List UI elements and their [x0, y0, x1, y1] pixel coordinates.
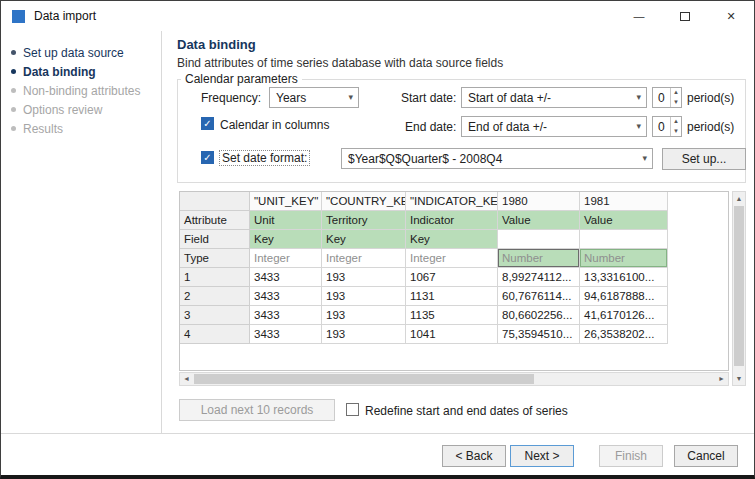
next-button[interactable]: Next >: [510, 445, 574, 467]
data-cell: 8,99274112...: [498, 268, 580, 287]
data-cell: 193: [322, 325, 406, 344]
date-format-select[interactable]: $Year$Q$Quarter$ - 2008Q4 ▾: [341, 148, 653, 169]
check-icon: ✓: [203, 152, 211, 163]
end-periods-spinner[interactable]: 0 ▲ ▼: [652, 116, 682, 137]
step-bullet-icon: [11, 107, 16, 112]
data-cell: 41,6170126...: [580, 306, 668, 325]
end-date-select[interactable]: End of data +/- ▾: [461, 116, 647, 137]
end-date-value: End of data +/-: [468, 120, 547, 134]
data-cell: 3433: [250, 268, 322, 287]
preview-table: "UNIT_KEY" "COUNTRY_KEY" "INDICATOR_KEY"…: [180, 192, 668, 344]
row-header: 4: [180, 325, 250, 344]
redefine-dates-checkbox[interactable]: [346, 403, 359, 416]
column-header: 1980: [498, 192, 580, 211]
set-date-format-checkbox[interactable]: ✓: [201, 151, 214, 164]
check-icon: ✓: [203, 118, 211, 129]
minimize-button[interactable]: —: [616, 1, 662, 31]
table-corner-cell: [180, 192, 250, 211]
data-cell: 1041: [406, 325, 498, 344]
step-results[interactable]: Results: [1, 119, 161, 138]
frequency-select[interactable]: Years ▾: [269, 87, 359, 108]
start-periods-value: 0: [653, 88, 670, 107]
column-header: "INDICATOR_KEY": [406, 192, 498, 211]
column-header: "COUNTRY_KEY": [322, 192, 406, 211]
load-next-records-button: Load next 10 records: [179, 399, 335, 421]
attribute-cell[interactable]: Territory: [322, 211, 406, 230]
type-cell[interactable]: Number: [580, 249, 668, 268]
scroll-up-icon[interactable]: ▲: [733, 192, 745, 205]
minimize-icon: —: [634, 10, 645, 22]
step-label: Options review: [23, 103, 102, 117]
data-cell: 1131: [406, 287, 498, 306]
field-cell[interactable]: [580, 230, 668, 249]
attribute-cell[interactable]: Indicator: [406, 211, 498, 230]
type-cell[interactable]: Integer: [322, 249, 406, 268]
row-header: Attribute: [180, 211, 250, 230]
scroll-left-icon[interactable]: ◄: [180, 373, 193, 385]
step-bullet-icon: [11, 50, 16, 55]
cancel-button[interactable]: Cancel: [674, 445, 738, 467]
footer: < Back Next > Finish Cancel: [1, 433, 754, 475]
column-header: 1981: [580, 192, 668, 211]
spinner-up-icon[interactable]: ▲: [671, 117, 681, 127]
spinner-up-icon[interactable]: ▲: [671, 88, 681, 98]
start-date-select[interactable]: Start of data +/- ▾: [461, 87, 647, 108]
chevron-down-icon: ▾: [636, 92, 641, 102]
field-cell[interactable]: Key: [322, 230, 406, 249]
start-date-label: Start date:: [401, 91, 456, 105]
type-cell[interactable]: Integer: [250, 249, 322, 268]
start-periods-spinner[interactable]: 0 ▲ ▼: [652, 87, 682, 108]
vertical-scrollbar[interactable]: ▲ ▼: [732, 191, 746, 386]
row-header: 1: [180, 268, 250, 287]
field-cell[interactable]: Key: [406, 230, 498, 249]
field-cell[interactable]: [498, 230, 580, 249]
data-cell: 26,3538202...: [580, 325, 668, 344]
close-icon: ✕: [726, 10, 735, 23]
horizontal-scrollbar[interactable]: ◄ ►: [179, 372, 729, 386]
data-cell: 60,7676114...: [498, 287, 580, 306]
step-options-review[interactable]: Options review: [1, 100, 161, 119]
step-label: Results: [23, 122, 63, 136]
chevron-down-icon: ▾: [636, 121, 641, 131]
row-header: 2: [180, 287, 250, 306]
step-non-binding-attributes[interactable]: Non-binding attributes: [1, 81, 161, 100]
set-up-button[interactable]: Set up...: [662, 148, 746, 170]
step-label: Set up data source: [23, 46, 124, 60]
chevron-down-icon: ▾: [642, 153, 647, 163]
field-cell[interactable]: Key: [250, 230, 322, 249]
spinner-down-icon[interactable]: ▼: [671, 98, 681, 108]
step-label: Data binding: [23, 65, 96, 79]
data-cell: 94,6187888...: [580, 287, 668, 306]
window-title: Data import: [34, 9, 96, 23]
attribute-cell[interactable]: Value: [498, 211, 580, 230]
data-cell: 193: [322, 287, 406, 306]
finish-button: Finish: [599, 445, 663, 467]
step-data-binding[interactable]: Data binding: [1, 62, 161, 81]
close-button[interactable]: ✕: [708, 1, 754, 31]
calendar-in-columns-checkbox[interactable]: ✓: [201, 117, 214, 130]
maximize-icon: [680, 12, 690, 21]
step-bullet-icon: [11, 69, 16, 74]
app-icon: [12, 10, 25, 23]
data-cell: 80,6602256...: [498, 306, 580, 325]
redefine-dates-label: Redefine start and end dates of series: [365, 404, 568, 418]
attribute-cell[interactable]: Value: [580, 211, 668, 230]
end-date-label: End date:: [405, 120, 456, 134]
attribute-cell[interactable]: Unit: [250, 211, 322, 230]
date-format-value: $Year$Q$Quarter$ - 2008Q4: [348, 152, 502, 166]
step-set-up-data-source[interactable]: Set up data source: [1, 43, 161, 62]
data-cell: 3433: [250, 325, 322, 344]
type-cell[interactable]: Number: [498, 249, 580, 268]
spinner-down-icon[interactable]: ▼: [671, 127, 681, 137]
vertical-scrollbar-thumb[interactable]: [734, 206, 744, 366]
type-cell[interactable]: Integer: [406, 249, 498, 268]
page-title: Data binding: [177, 37, 256, 52]
end-periods-unit-label: period(s): [687, 120, 734, 134]
scroll-right-icon[interactable]: ►: [715, 373, 728, 385]
horizontal-scrollbar-thumb[interactable]: [194, 374, 534, 384]
maximize-button[interactable]: [662, 1, 708, 31]
scroll-down-icon[interactable]: ▼: [733, 372, 745, 385]
start-periods-unit-label: period(s): [687, 91, 734, 105]
data-cell: 75,3594510...: [498, 325, 580, 344]
back-button[interactable]: < Back: [442, 445, 506, 467]
